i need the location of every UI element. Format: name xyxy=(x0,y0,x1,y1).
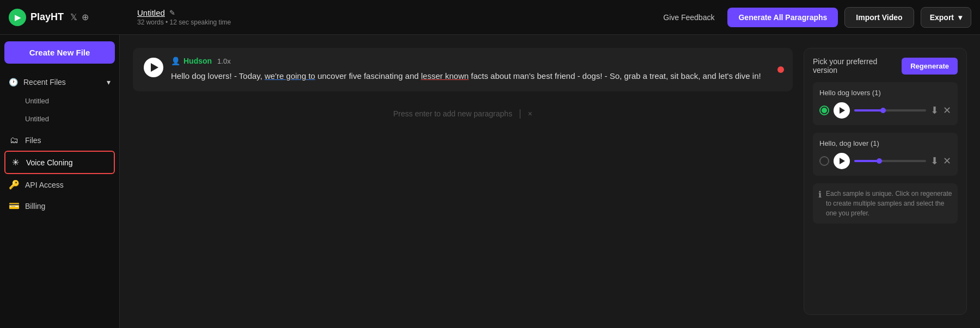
version-info: ℹ Each sample is unique. Click on regene… xyxy=(813,183,958,224)
play-button[interactable] xyxy=(144,58,163,77)
version-1-progress-bar[interactable] xyxy=(854,109,926,112)
version-item-2: Hello, dog lover (1) ⬇ ✕ xyxy=(813,133,958,176)
files-label: Files xyxy=(25,136,41,145)
mini-play-icon-2 xyxy=(840,158,845,164)
version-2-download-icon[interactable]: ⬇ xyxy=(930,155,939,167)
mini-play-icon xyxy=(840,107,845,114)
info-icon: ℹ xyxy=(818,189,822,200)
twitter-icon[interactable]: 𝕏 xyxy=(70,12,77,22)
version-panel: Pick your preferred version Regenerate H… xyxy=(804,48,967,315)
version-1-controls: ⬇ ✕ xyxy=(819,102,951,119)
radio-inner xyxy=(822,108,827,113)
header-center: Untitled ✎ 32 words • 12 sec speaking ti… xyxy=(128,8,657,26)
version-2-label: Hello, dog lover (1) xyxy=(819,139,951,147)
chevron-down-icon: ▾ xyxy=(107,78,111,86)
version-2-close-button[interactable]: ✕ xyxy=(943,155,951,167)
version-1-label: Hello dog lovers (1) xyxy=(819,89,951,97)
progress-thumb xyxy=(880,108,886,113)
paragraph-block: 👤 Hudson 1.0x Hello dog lovers! - Today,… xyxy=(133,48,793,91)
version-1-close-button[interactable]: ✕ xyxy=(943,104,951,116)
text-part-2: we're going to xyxy=(265,71,315,81)
voice-cloning-label: Voice Cloning xyxy=(26,158,73,167)
recent-files-label: Recent Files xyxy=(23,78,66,86)
divider: | xyxy=(519,108,522,119)
voice-info: 👤 Hudson 1.0x xyxy=(171,57,782,65)
header-actions: Give Feedback Generate All Paragraphs Im… xyxy=(657,7,971,28)
logo-text: PlayHT xyxy=(30,11,64,23)
billing-label: Billing xyxy=(25,202,45,211)
add-paragraph-area[interactable]: Press enter to add new paragraphs | × xyxy=(133,100,793,127)
version-1-progress-fill xyxy=(854,109,883,112)
regenerate-button[interactable]: Regenerate xyxy=(902,58,958,75)
file-meta: 32 words • 12 sec speaking time xyxy=(137,18,657,26)
sidebar: Create New File 🕐 Recent Files ▾ Untitle… xyxy=(0,35,120,328)
discord-icon[interactable]: ⊕ xyxy=(82,12,89,22)
add-paragraph-placeholder: Press enter to add new paragraphs xyxy=(393,109,512,118)
text-part-3: uncover five fascinating and xyxy=(315,71,421,81)
file-title[interactable]: Untitled xyxy=(137,8,165,17)
social-icons: 𝕏 ⊕ xyxy=(70,12,89,22)
recent-files-header[interactable]: 🕐 Recent Files ▾ xyxy=(4,72,115,92)
version-2-controls: ⬇ ✕ xyxy=(819,153,951,169)
logo-area: ▶ PlayHT 𝕏 ⊕ xyxy=(9,9,128,26)
chevron-down-icon: ▾ xyxy=(958,13,962,22)
close-paragraph-icon[interactable]: × xyxy=(528,109,532,118)
sidebar-item-files[interactable]: 🗂 Files xyxy=(4,130,115,151)
download-icon[interactable]: ⬇ xyxy=(930,104,939,116)
export-label: Export xyxy=(930,13,954,22)
version-2-radio[interactable] xyxy=(819,156,829,166)
speed-badge: 1.0x xyxy=(217,57,231,65)
version-title: Pick your preferred version xyxy=(813,57,902,75)
export-button[interactable]: Export ▾ xyxy=(921,7,971,28)
clock-icon: 🕐 xyxy=(9,78,18,86)
progress-thumb-2 xyxy=(877,158,882,164)
file-title-row: Untitled ✎ xyxy=(137,8,657,17)
generate-button[interactable]: Generate All Paragraphs xyxy=(727,8,838,27)
version-1-radio[interactable] xyxy=(819,106,829,115)
voice-name[interactable]: 👤 Hudson xyxy=(171,57,212,65)
recent-files-section: 🕐 Recent Files ▾ Untitled Untitled xyxy=(4,72,115,128)
edit-icon[interactable]: ✎ xyxy=(169,9,175,17)
text-part-5: facts about man's best friend - dogs! - … xyxy=(469,71,761,81)
version-item-1: Hello dog lovers (1) ⬇ ✕ xyxy=(813,82,958,125)
info-text: Each sample is unique. Click on regenera… xyxy=(826,189,952,218)
version-1-play-button[interactable] xyxy=(834,102,850,119)
key-icon: 🔑 xyxy=(9,180,20,190)
sidebar-item-voice-cloning[interactable]: ✳ Voice Cloning xyxy=(4,151,115,174)
text-part-1: Hello dog lovers! - Today, xyxy=(171,71,265,81)
logo: ▶ PlayHT xyxy=(9,9,64,26)
person-icon: 👤 xyxy=(171,57,180,65)
create-new-file-button[interactable]: Create New File xyxy=(4,41,115,64)
version-2-progress-fill xyxy=(854,160,879,162)
voice-cloning-icon: ✳ xyxy=(10,157,21,168)
recent-file-item-1[interactable]: Untitled xyxy=(4,92,115,110)
import-button[interactable]: Import Video xyxy=(844,7,914,28)
sidebar-item-billing[interactable]: 💳 Billing xyxy=(4,195,115,216)
version-2-play-button[interactable] xyxy=(834,153,850,169)
version-header: Pick your preferred version Regenerate xyxy=(813,57,958,75)
main: Create New File 🕐 Recent Files ▾ Untitle… xyxy=(0,35,980,328)
sidebar-item-api-access[interactable]: 🔑 API Access xyxy=(4,174,115,195)
voice-name-label: Hudson xyxy=(183,57,212,65)
text-part-4: lesser known xyxy=(421,71,469,81)
recent-file-item-2[interactable]: Untitled xyxy=(4,110,115,128)
status-dot xyxy=(777,66,784,73)
paragraph-text[interactable]: Hello dog lovers! - Today, we're going t… xyxy=(171,70,782,83)
header: ▶ PlayHT 𝕏 ⊕ Untitled ✎ 32 words • 12 se… xyxy=(0,0,980,35)
playht-logo-icon: ▶ xyxy=(9,9,26,26)
folder-icon: 🗂 xyxy=(9,135,20,145)
play-icon xyxy=(151,63,158,72)
feedback-button[interactable]: Give Feedback xyxy=(657,9,721,26)
paragraph-content: 👤 Hudson 1.0x Hello dog lovers! - Today,… xyxy=(171,57,782,83)
billing-icon: 💳 xyxy=(9,201,20,211)
api-access-label: API Access xyxy=(25,181,64,189)
editor-area: 👤 Hudson 1.0x Hello dog lovers! - Today,… xyxy=(133,48,793,315)
content: 👤 Hudson 1.0x Hello dog lovers! - Today,… xyxy=(120,35,980,328)
version-2-progress-bar[interactable] xyxy=(854,160,926,162)
